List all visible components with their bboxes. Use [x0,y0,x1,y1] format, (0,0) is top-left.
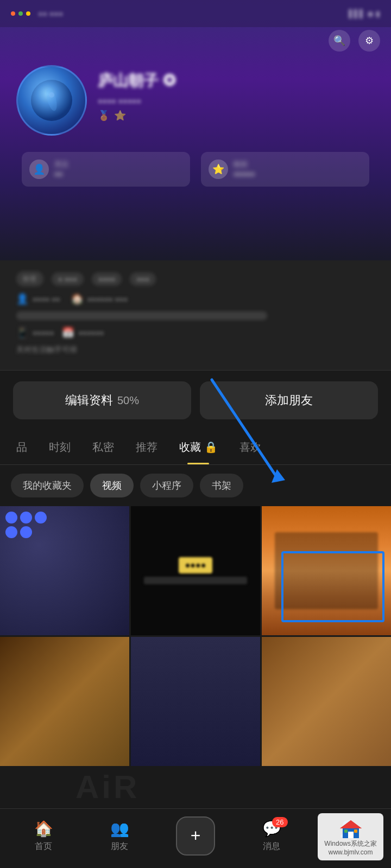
friends-label: 朋友 [111,841,128,852]
sub-tabs: 我的收藏夹 视频 小程序 书架 [0,465,391,506]
fans-icon: ⭐ [209,159,228,179]
subtab-video[interactable]: 视频 [90,474,134,497]
avatar-image [30,79,73,122]
followers-icon: 👤 [29,159,49,179]
svg-rect-9 [344,829,348,833]
blur-line-1 [16,311,267,320]
profile-icons-row: 🏅 ⭐ [98,110,375,122]
video-item-1[interactable] [0,506,129,635]
screen: ●● ●●● ▌▌▌ ◉ ▮ 🔍 ⚙ [0,0,391,868]
avatar [16,65,87,136]
status-dot-2 [18,11,23,16]
video-thumb-1 [0,506,129,635]
edit-profile-button[interactable]: 编辑资料 50% [13,381,191,419]
nav-friends[interactable]: 👥 朋友 [81,820,157,852]
video-thumb-3-bg [262,506,391,635]
dot-1 [5,512,17,524]
blur-row-2 [16,311,375,320]
video-thumb-3-overlay [275,532,378,610]
status-dot-3 [26,11,30,16]
followers-text: 关注●● [54,159,68,179]
air-watermark: AiR [75,768,140,806]
watermark-site: www.bjmlv.com [329,848,373,856]
video-thumb-2: ●●●● [131,506,260,635]
blur-item-1: 👤 ●●●● ●● [16,293,60,305]
profile-header-icons: 🔍 ⚙ [329,30,380,52]
status-bar-left: ●● ●●● [11,9,63,18]
search-button[interactable]: 🔍 [329,30,350,52]
video-item-4[interactable] [0,637,129,766]
add-friend-button[interactable]: 添加朋友 [200,381,378,419]
blur-tag-3: ●●●● [92,272,122,286]
status-dot-1 [11,11,15,16]
profile-badge-2: ⭐ [114,110,126,122]
status-bar-right: ▌▌▌ ◉ ▮ [349,9,380,18]
video-thumb-4 [0,637,129,766]
subtab-bookshelf[interactable]: 书架 [200,474,243,497]
watermark-logo [337,818,364,839]
dot-3 [35,512,47,524]
action-buttons: 编辑资料 50% 添加朋友 [0,371,391,430]
profile-stats: 👤 关注●● ⭐ 粉丝●●●●● [16,152,375,187]
blur-item-3: 📱 ●●●●● [16,327,54,339]
svg-rect-10 [354,829,357,833]
video-thumb-4-bg [0,637,129,766]
fans-text: 粉丝●●●●● [234,159,255,179]
tab-private[interactable]: 私密 [81,430,125,464]
add-button[interactable]: + [176,816,215,856]
tab-likes[interactable]: 喜欢 [229,430,272,464]
profile-name: 庐山朝子 ✪ [98,71,375,91]
blur-tag-1: 标签 [16,271,43,286]
svg-rect-8 [348,832,354,838]
nav-home[interactable]: 🏠 首页 [5,820,81,852]
video-item-6[interactable] [262,637,391,766]
tab-pin[interactable]: 品 [5,430,38,464]
home-label: 首页 [35,841,52,852]
settings-button[interactable]: ⚙ [358,30,380,52]
messages-label: 消息 [263,841,280,852]
stat-followers: 👤 关注●● [22,152,190,187]
edit-percent: 50% [117,394,139,407]
subtab-mini-program[interactable]: 小程序 [140,474,193,497]
nav-tabs: 品 时刻 私密 推荐 收藏 🔒 喜欢 [0,430,391,465]
video-thumb-5 [131,637,260,766]
profile-badge-1: 🏅 [98,110,110,122]
video-thumb-3 [262,506,391,635]
svg-marker-7 [340,820,362,828]
blur-item-4: 📅 ●●●●●● [62,327,104,339]
video-thumb-6-bg [262,637,391,766]
nav-add[interactable]: + [157,816,234,856]
video-item-3[interactable] [262,506,391,635]
blurred-content: 标签 ● ●●● ●●●● ●●● 👤 ●●●● ●● 🏠 ●●●●●● ●●●… [0,260,391,371]
profile-info: 庐山朝子 ✪ ●●●● ●●●●● 🏅 ⭐ [98,65,375,122]
blur-tag-4: ●●● [130,272,156,286]
video-item-5[interactable] [131,637,260,766]
watermark: Windows系统之家 www.bjmlv.com [318,813,383,860]
dark-text-bar [144,577,247,584]
signal-icons: ▌▌▌ ◉ ▮ [349,9,380,18]
profile-sub: ●●●● ●●●●● [98,97,375,105]
blur-item-2: 🏠 ●●●●●● ●●● [71,293,128,305]
message-badge: 26 [272,817,287,827]
tab-favorites[interactable]: 收藏 🔒 [168,430,229,464]
status-bar-time: ●● ●●● [38,9,63,18]
video-item-2[interactable]: ●●●● [131,506,260,635]
profile-content: 庐山朝子 ✪ ●●●● ●●●●● 🏅 ⭐ [16,65,375,136]
nav-messages[interactable]: 💬 26 消息 [234,820,310,852]
watermark-brand: Windows系统之家 [324,839,377,848]
blur-row-1: 标签 ● ●●● ●●●● ●●● [16,271,375,286]
video-grid: ●●●● [0,506,391,766]
svg-point-2 [49,92,54,98]
tab-recommend[interactable]: 推荐 [125,430,168,464]
watermark-icon [337,818,364,839]
blur-item-row: 👤 ●●●● ●● 🏠 ●●●●●● ●●● [16,293,375,305]
stat-fans: ⭐ 粉丝●●●●● [201,152,369,187]
add-icon: + [191,826,201,846]
home-icon: 🏠 [34,820,53,838]
blur-tag-2: ● ●●● [52,272,84,286]
blue-dots-1 [5,512,47,524]
subtab-my-favorites[interactable]: 我的收藏夹 [11,474,84,497]
dot-4 [5,526,17,538]
tab-moments[interactable]: 时刻 [38,430,81,464]
messages-icon: 💬 26 [262,820,281,838]
